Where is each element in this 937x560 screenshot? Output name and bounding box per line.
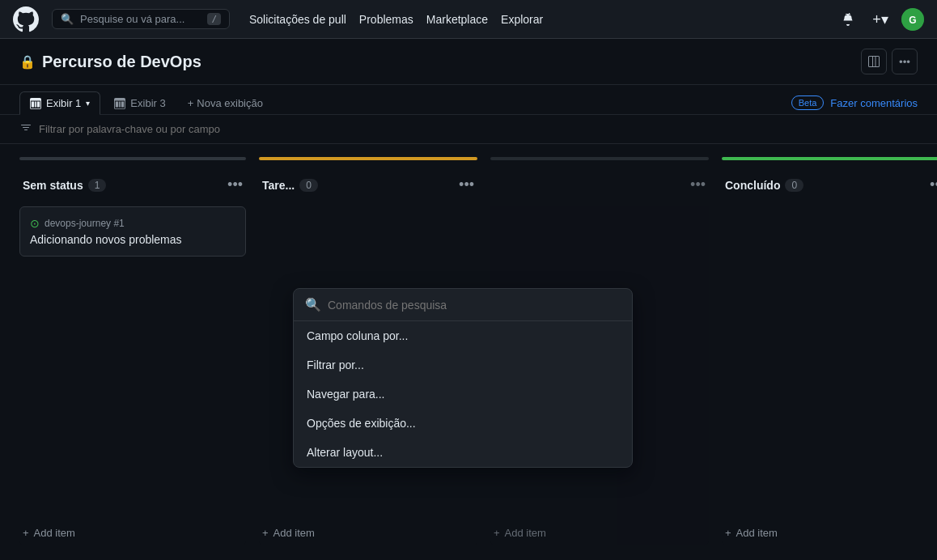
search-commands-dropdown: 🔍 Campo coluna por... Filtrar por... Nav… (293, 288, 633, 468)
dropdown-search-input[interactable] (328, 299, 621, 312)
dropdown-search-row: 🔍 (294, 289, 632, 321)
board: Sem status 1 ••• ⊙ devops-journey #1 Adi… (0, 144, 937, 558)
dropdown-search-icon: 🔍 (305, 297, 321, 312)
dropdown-item-0[interactable]: Campo coluna por... (294, 321, 632, 350)
dropdown-item-1[interactable]: Filtrar por... (294, 350, 632, 380)
dropdown-item-2[interactable]: Navegar para... (294, 380, 632, 409)
dropdown-item-4[interactable]: Alterar layout... (294, 438, 632, 467)
dropdown-item-3[interactable]: Opções de exibição... (294, 409, 632, 438)
dropdown-overlay[interactable] (0, 0, 937, 558)
